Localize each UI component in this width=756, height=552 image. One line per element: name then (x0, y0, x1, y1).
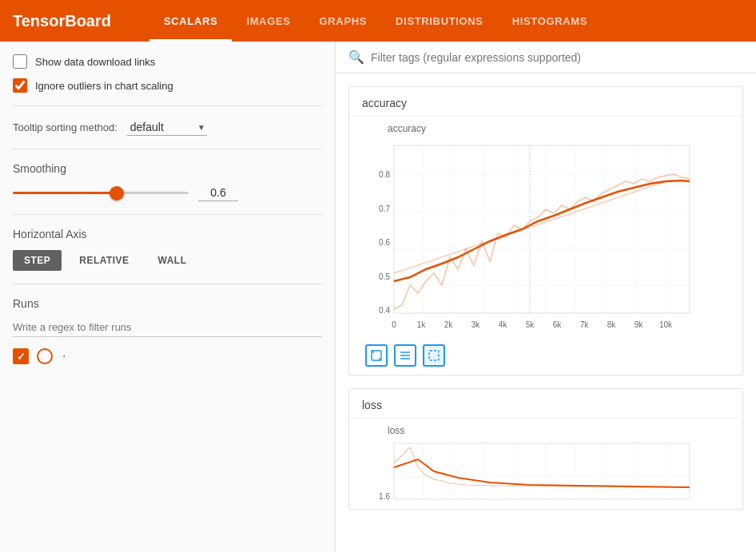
loss-chart-body: loss 1.6 (349, 419, 742, 509)
show-download-checkbox[interactable] (13, 54, 27, 69)
separator-4 (13, 284, 322, 284)
svg-text:0.8: 0.8 (379, 170, 390, 179)
svg-rect-24 (429, 351, 439, 360)
svg-rect-0 (394, 145, 690, 313)
filter-input[interactable] (371, 51, 743, 64)
svg-text:0: 0 (392, 320, 396, 329)
runs-title: Runs (13, 297, 322, 310)
svg-text:3k: 3k (472, 320, 481, 329)
main-content: 🔍 accuracy accuracy (336, 42, 756, 552)
loss-chart-svg: 1.6 (362, 439, 698, 503)
loss-chart-svg-wrapper: 1.6 (356, 439, 736, 506)
tooltip-sorting-select[interactable]: default ascending descending (127, 119, 207, 136)
smoothing-value: 0.6 (198, 185, 238, 201)
svg-text:6k: 6k (553, 320, 563, 329)
svg-text:10k: 10k (659, 320, 673, 329)
accuracy-chart-svg-wrapper: 0.4 0.5 0.6 0.7 0.8 0 1k 2k 3k 4k 5k 6k … (356, 137, 736, 340)
search-icon: 🔍 (348, 50, 364, 65)
smoothing-slider[interactable] (13, 192, 189, 194)
show-download-label: Show data download links (35, 56, 155, 68)
show-download-row: Show data download links (13, 54, 322, 69)
svg-text:8k: 8k (607, 320, 617, 329)
runs-section: Runs · (13, 297, 322, 364)
accuracy-card-title: accuracy (349, 87, 742, 117)
svg-text:4k: 4k (499, 320, 508, 329)
nav-scalars[interactable]: SCALARS (149, 0, 232, 42)
axis-step-button[interactable]: STEP (13, 250, 62, 271)
accuracy-chart-svg: 0.4 0.5 0.6 0.7 0.8 0 1k 2k 3k 4k 5k 6k … (362, 137, 698, 337)
separator-2 (13, 149, 322, 149)
axis-relative-button[interactable]: RELATIVE (68, 250, 140, 271)
selection-tool-button[interactable] (423, 344, 445, 367)
runs-list: · (13, 348, 322, 364)
accuracy-chart-body: accuracy 0.4 0.5 0 (349, 117, 742, 375)
svg-text:1.6: 1.6 (379, 492, 390, 501)
accuracy-chart-card: accuracy accuracy 0.4 (348, 86, 743, 375)
expand-chart-button[interactable] (365, 344, 388, 367)
run-checkbox-2[interactable] (37, 348, 53, 364)
run-dot: · (62, 349, 66, 363)
loss-card-title: loss (349, 389, 742, 419)
tooltip-select-wrapper: default ascending descending ▼ (127, 119, 207, 136)
svg-text:5k: 5k (526, 320, 535, 329)
app-logo: TensorBoard (13, 12, 111, 30)
svg-text:9k: 9k (635, 320, 644, 329)
svg-text:0.6: 0.6 (379, 238, 390, 247)
accuracy-chart-toolbar (356, 340, 736, 371)
nav-images[interactable]: IMAGES (232, 0, 304, 42)
nav-graphs[interactable]: GRAPHS (305, 0, 382, 42)
run-checkbox-1[interactable] (13, 348, 29, 364)
sidebar: Show data download links Ignore outliers… (0, 42, 336, 552)
svg-text:0.7: 0.7 (379, 205, 390, 213)
main-nav: SCALARS IMAGES GRAPHS DISTRIBUTIONS HIST… (149, 0, 602, 42)
ignore-outliers-checkbox[interactable] (13, 78, 27, 93)
runs-filter-input[interactable] (13, 318, 322, 337)
nav-distributions[interactable]: DISTRIBUTIONS (381, 0, 498, 42)
svg-text:1k: 1k (417, 320, 427, 329)
tooltip-sorting-row: Tooltip sorting method: default ascendin… (13, 119, 322, 136)
axis-buttons-group: STEP RELATIVE WALL (13, 250, 322, 271)
svg-text:0.4: 0.4 (379, 306, 390, 315)
svg-text:7k: 7k (580, 320, 590, 329)
axis-wall-button[interactable]: WALL (147, 250, 198, 271)
ignore-outliers-label: Ignore outliers in chart scaling (35, 80, 173, 92)
filter-bar: 🔍 (336, 42, 756, 73)
data-list-button[interactable] (394, 344, 416, 367)
loss-chart-label: loss (356, 425, 736, 436)
separator-3 (13, 214, 322, 215)
accuracy-chart-label: accuracy (356, 123, 736, 134)
separator-1 (13, 105, 322, 106)
app-header: TensorBoard SCALARS IMAGES GRAPHS DISTRI… (0, 0, 756, 42)
svg-text:0.5: 0.5 (379, 272, 390, 281)
smoothing-slider-row: 0.6 (13, 185, 322, 201)
loss-chart-card: loss loss 1.6 (348, 388, 743, 510)
main-layout: Show data download links Ignore outliers… (0, 42, 756, 552)
horizontal-axis-label: Horizontal Axis (13, 228, 322, 240)
svg-text:2k: 2k (444, 320, 454, 329)
smoothing-label: Smoothing (13, 162, 322, 175)
ignore-outliers-row: Ignore outliers in chart scaling (13, 78, 322, 93)
tooltip-sorting-label: Tooltip sorting method: (13, 121, 117, 133)
nav-histograms[interactable]: HISTOGRAMS (498, 0, 602, 42)
svg-rect-25 (394, 443, 690, 499)
